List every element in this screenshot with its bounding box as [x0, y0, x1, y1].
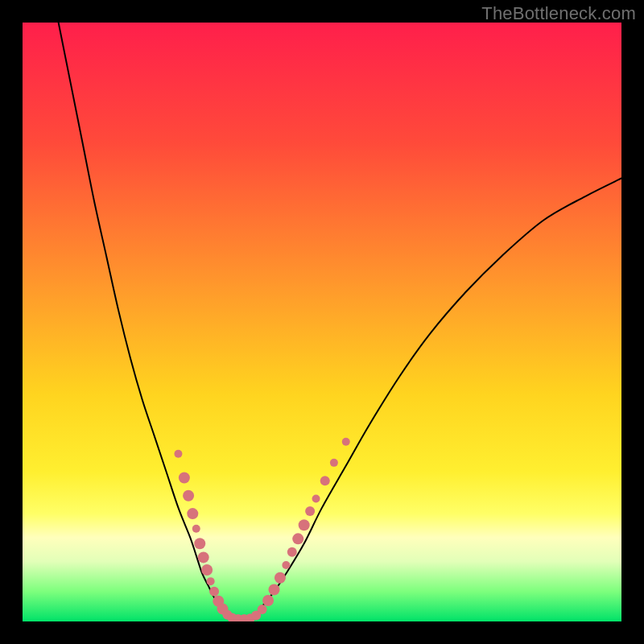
marker-right-cluster-12: [330, 459, 338, 467]
marker-right-cluster-6: [287, 547, 297, 557]
marker-right-cluster-7: [292, 533, 303, 544]
marker-left-cluster-0: [174, 450, 182, 458]
marker-left-cluster-4: [192, 525, 200, 533]
marker-left-cluster-3: [187, 508, 198, 519]
curve-overlay: [23, 23, 621, 621]
marker-left-cluster-2: [183, 490, 194, 502]
marker-left-cluster-5: [194, 538, 205, 549]
series-bottleneck-left: [59, 23, 233, 618]
marker-right-cluster-10: [312, 494, 320, 502]
marker-right-cluster-8: [299, 519, 310, 530]
series-bottleneck-right: [250, 178, 621, 618]
marker-right-cluster-2: [262, 595, 274, 606]
plot-area: [23, 23, 621, 621]
marker-left-cluster-1: [179, 472, 190, 483]
marker-right-cluster-13: [342, 438, 350, 446]
marker-left-cluster-8: [207, 577, 215, 585]
marker-right-cluster-11: [320, 476, 330, 485]
marker-right-cluster-3: [268, 584, 279, 596]
marker-left-cluster-9: [209, 587, 219, 597]
marker-right-cluster-9: [305, 506, 315, 516]
marker-right-cluster-5: [282, 561, 290, 569]
marker-left-cluster-6: [198, 551, 209, 563]
watermark-text: TheBottleneck.com: [481, 3, 636, 24]
marker-right-cluster-1: [258, 605, 267, 614]
marker-right-cluster-4: [275, 572, 286, 584]
marker-left-cluster-7: [201, 564, 213, 576]
chart-frame: TheBottleneck.com: [0, 0, 644, 644]
